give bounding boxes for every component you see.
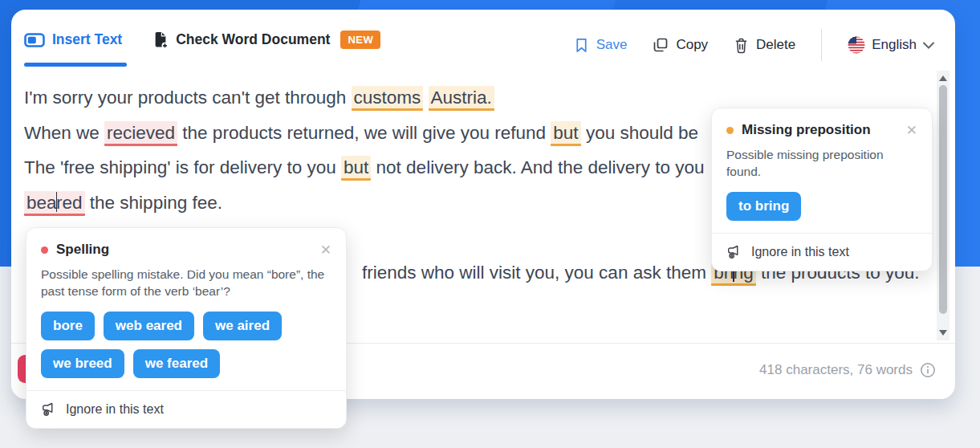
close-icon[interactable]: ✕ [906, 124, 917, 137]
tab-check-word-document[interactable]: Check Word Document NEW [152, 31, 380, 49]
suggestion-button[interactable]: we aired [203, 312, 282, 340]
popup-description: Possible missing preposition found. [726, 146, 917, 181]
suggestion-list: boreweb earedwe airedwe breedwe feared [41, 312, 306, 378]
error-dot-icon [41, 246, 48, 254]
warning-dot-icon [726, 127, 734, 134]
tab-bar: Insert Text Check Word Document NEW [24, 31, 380, 49]
us-flag-icon [848, 36, 865, 54]
suggestion-list: to bring [726, 192, 917, 221]
ignore-label: Ignore in this text [751, 245, 849, 259]
text-segment: the products returned, we will give you … [177, 123, 551, 143]
text-segment: The 'free shipping' is for delivery to y… [24, 157, 341, 177]
word-count-stats: 418 characters, 76 words [759, 353, 936, 387]
ignore-label: Ignore in this text [66, 402, 164, 417]
document-plus-icon [152, 31, 169, 49]
tab-insert-text-label: Insert Text [52, 31, 122, 48]
save-button[interactable]: Save [574, 37, 628, 54]
suggestion-button[interactable]: web eared [104, 312, 194, 340]
scroll-down-arrow[interactable] [939, 330, 947, 336]
language-label: English [872, 37, 917, 53]
close-icon[interactable]: ✕ [320, 243, 331, 257]
editor-scrollbar[interactable] [937, 71, 950, 340]
scroll-up-arrow[interactable] [939, 75, 947, 81]
grammar-checker-page: Insert Text Check Word Document NEW Save [0, 0, 980, 448]
bookmark-icon [574, 37, 589, 54]
save-label: Save [596, 37, 628, 53]
popup-description: Possible spelling mistake. Did you mean … [41, 266, 331, 300]
copy-label: Copy [676, 37, 708, 53]
text-caret [56, 192, 58, 212]
delete-label: Delete [756, 37, 795, 53]
megaphone-off-icon [41, 401, 57, 417]
stats-text: 418 characters, 76 words [759, 362, 913, 378]
copy-icon [653, 37, 669, 53]
chevron-down-icon [923, 42, 934, 49]
ignore-in-text-button[interactable]: Ignore in this text [26, 390, 346, 428]
highlighted-word[interactable]: but [551, 121, 580, 146]
suggestion-button[interactable]: bore [41, 312, 95, 340]
text-segment: the shipping fee. [85, 193, 222, 213]
highlighted-word[interactable]: recieved [104, 121, 177, 146]
suggestion-button[interactable]: to bring [726, 192, 801, 221]
highlighted-word[interactable]: but [341, 156, 371, 181]
popup-title: Missing preposition [742, 122, 871, 138]
insert-text-icon [24, 33, 45, 47]
info-icon[interactable] [920, 362, 936, 378]
popup-title: Spelling [56, 242, 109, 258]
toolbar-actions: Save Copy Delete English [574, 31, 934, 59]
tab-check-word-label: Check Word Document [176, 31, 330, 48]
highlighted-word[interactable]: Austria. [429, 86, 494, 111]
text-segment: I'm sorry your products can't get throug… [24, 88, 352, 108]
text-segment: you should be [581, 123, 698, 143]
text-segment: friends who will visit you, you can ask … [362, 263, 711, 283]
text-segment: When we [24, 123, 104, 143]
copy-button[interactable]: Copy [653, 37, 708, 53]
suggestion-button[interactable]: we feared [133, 349, 220, 378]
scrollbar-thumb[interactable] [939, 85, 947, 314]
delete-button[interactable]: Delete [734, 37, 795, 54]
missing-preposition-popup: Missing preposition ✕ Possible missing p… [711, 108, 933, 271]
ignore-in-text-button[interactable]: Ignore in this text [712, 233, 932, 271]
trash-icon [734, 37, 749, 54]
text-segment: not delivery back. And the delivery to y… [371, 157, 704, 177]
toolbar-divider [821, 29, 822, 61]
spelling-popup: Spelling ✕ Possible spelling mistake. Di… [26, 227, 347, 429]
active-tab-underline [24, 63, 127, 67]
text-segment [423, 88, 428, 108]
highlighted-word[interactable]: beared [24, 191, 85, 216]
megaphone-off-icon [726, 244, 742, 260]
highlighted-word[interactable]: customs [352, 86, 424, 111]
new-badge: NEW [340, 31, 380, 49]
tab-insert-text[interactable]: Insert Text [24, 31, 122, 48]
suggestion-button[interactable]: we breed [41, 349, 124, 378]
language-selector[interactable]: English [848, 36, 934, 54]
